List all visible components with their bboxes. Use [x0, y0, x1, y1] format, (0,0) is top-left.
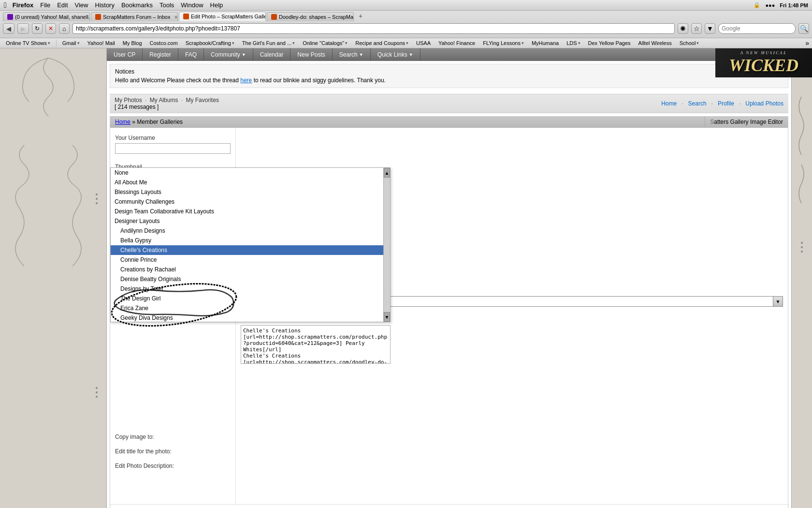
- menu-tools[interactable]: Tools: [160, 1, 174, 9]
- gallery-editor-title: Satters Gallery Image Editor: [705, 117, 788, 127]
- dropdown-item-denise[interactable]: Denise Beatty Originals: [111, 274, 390, 284]
- address-bar[interactable]: [72, 23, 675, 34]
- bm-lds[interactable]: LDS ▾: [564, 40, 583, 46]
- time-display: Fri 1:48 PM: [780, 2, 808, 8]
- bm-flying[interactable]: FLYing Lessons ▾: [480, 40, 527, 46]
- bm-yahoo-mail[interactable]: Yahoo! Mail: [85, 40, 118, 46]
- category-dropdown-list[interactable]: None All About Me Blessings Layouts Comm…: [110, 167, 391, 322]
- username-input[interactable]: [115, 143, 231, 154]
- forum-nav: User CP Register FAQ Community ▼ Calenda…: [107, 48, 791, 61]
- menu-view[interactable]: View: [75, 1, 88, 9]
- refresh-button[interactable]: ↻: [32, 23, 43, 34]
- tab-label-edit: Edit Photo – ScrapMatters Gallery: [191, 14, 266, 19]
- menu-history[interactable]: History: [95, 1, 115, 9]
- tab-edit-photo[interactable]: Edit Photo – ScrapMatters Gallery ✕: [179, 12, 266, 21]
- menu-bookmarks[interactable]: Bookmarks: [121, 1, 153, 9]
- my-photos-link[interactable]: My Photos: [115, 97, 142, 104]
- menu-firefox[interactable]: Firefox: [13, 1, 33, 9]
- menu-edit[interactable]: Edit: [57, 1, 68, 9]
- mac-menubar:  Firefox File Edit View History Bookmar…: [0, 0, 812, 11]
- tab-close-forum[interactable]: ✕: [174, 15, 178, 20]
- messages-count: [ 214 messages ]: [115, 104, 159, 110]
- stop-button[interactable]: ✕: [45, 23, 56, 34]
- dropdown-item-blessings[interactable]: Blessings Layouts: [111, 187, 390, 197]
- dropdown-item-connie[interactable]: Connie Prince: [111, 255, 390, 265]
- description-textarea[interactable]: Chelle's Creations [url=http://shop.scra…: [241, 325, 391, 364]
- notices-link[interactable]: here: [240, 77, 252, 84]
- bm-usaa[interactable]: USAA: [413, 40, 434, 46]
- tab-scrapmatters-forum[interactable]: ScrapMatters Forum – Inbox ✕: [91, 12, 178, 21]
- bm-sep-1: [56, 40, 57, 46]
- dropdown-item-designs-tater[interactable]: Designs by Tater: [111, 284, 390, 294]
- nav-quick-links[interactable]: Quick Links ▼: [371, 48, 420, 61]
- menu-help[interactable]: Help: [210, 1, 223, 9]
- new-tab-button[interactable]: +: [355, 11, 366, 21]
- bm-online-tv[interactable]: Online TV Shows ▾: [3, 40, 53, 46]
- dropdown-scrollbar[interactable]: ▲ ▼: [383, 168, 390, 322]
- scroll-track: [384, 178, 390, 312]
- dropdown-item-erica[interactable]: Erica Zane: [111, 303, 390, 313]
- menu-file[interactable]: File: [40, 1, 50, 9]
- dropdown-item-andilynn[interactable]: Andilynn Designs: [111, 226, 390, 236]
- scroll-down-btn[interactable]: ▼: [384, 312, 390, 322]
- bm-school[interactable]: School ▾: [677, 40, 702, 46]
- bm-overflow[interactable]: »: [805, 39, 809, 47]
- dropdown-item-all-about-me[interactable]: All About Me: [111, 178, 390, 187]
- bookmarks-bar: Online TV Shows ▾ Gmail ▾ Yahoo! Mail My…: [0, 38, 812, 48]
- tab-label-yahoo: (0 unread) Yahoo! Mail, shanell...: [15, 14, 90, 20]
- dropdown-item-chelle[interactable]: Chelle's Creations: [111, 245, 390, 255]
- bm-alltel[interactable]: Alltel Wireless: [636, 40, 675, 46]
- bm-dex[interactable]: Dex Yellow Pages: [585, 40, 634, 46]
- browser-toolbar: ◀ ▶ ↻ ✕ ⌂ ✺ ☆ ▼ 🔍: [3, 23, 809, 34]
- my-favorites-link[interactable]: My Favorites: [186, 97, 219, 104]
- tab-doodley[interactable]: Doodley-do: shapes – ScrapMa... ✕: [267, 12, 354, 21]
- form-area: Your Username Thumbnail Upload new image…: [110, 128, 788, 504]
- bookmark-star[interactable]: ☆: [691, 23, 702, 34]
- my-albums-link[interactable]: My Albums: [150, 97, 178, 104]
- nav-profile-link[interactable]: Profile: [718, 100, 734, 107]
- scroll-up-btn[interactable]: ▲: [384, 168, 390, 178]
- nav-community[interactable]: Community ▼: [204, 48, 253, 61]
- left-panel-inner: [0, 48, 106, 58]
- dropdown-item-community[interactable]: Community Challenges: [111, 197, 390, 207]
- nav-calendar[interactable]: Calendar: [253, 48, 291, 61]
- dropdown-item-design-girl[interactable]: The Design Girl: [111, 294, 390, 303]
- dropdown-item-design-team[interactable]: Design Team Collaborative Kit Layouts: [111, 207, 390, 216]
- dropdown-item-designer-layouts[interactable]: Designer Layouts: [111, 216, 390, 226]
- apple-menu[interactable]: : [4, 1, 7, 10]
- nav-register[interactable]: Register: [143, 48, 178, 61]
- copy-select-dropdown-btn[interactable]: ▼: [773, 296, 783, 307]
- bm-gmail[interactable]: Gmail ▾: [59, 40, 83, 46]
- dropdown-item-geeky[interactable]: Geeky Diva Designs: [111, 313, 390, 322]
- bm-yahoo-finance[interactable]: Yahoo! Finance: [435, 40, 478, 46]
- notices-text-before: Hello and Welcome Please check out the t…: [115, 77, 240, 84]
- bookmark-dropdown[interactable]: ▼: [705, 23, 715, 34]
- nav-upload-link[interactable]: Upload Photos: [745, 100, 783, 107]
- home-button[interactable]: ⌂: [59, 23, 70, 34]
- menu-window[interactable]: Window: [181, 1, 203, 9]
- dropdown-item-bella[interactable]: Bella Gypsy: [111, 236, 390, 245]
- nav-user-cp[interactable]: User CP: [107, 48, 143, 61]
- nav-search[interactable]: Search ▼: [333, 48, 371, 61]
- back-button[interactable]: ◀: [3, 23, 14, 34]
- tab-yahoo-mail[interactable]: (0 unread) Yahoo! Mail, shanell... ✕: [3, 12, 90, 21]
- rss-icon[interactable]: ✺: [678, 23, 688, 34]
- nav-new-posts[interactable]: New Posts: [290, 48, 332, 61]
- edit-photo-area: Home » Member Galleries Satters Gallery …: [110, 116, 788, 508]
- dropdown-item-none[interactable]: None: [111, 168, 390, 178]
- bm-catalogs[interactable]: Online "Catalogs" ▾: [300, 40, 350, 46]
- breadcrumb-home[interactable]: Home: [115, 119, 130, 125]
- nav-home-link[interactable]: Home: [661, 100, 677, 107]
- bm-recipe[interactable]: Recipe and Coupons ▾: [352, 40, 411, 46]
- bm-my-blog[interactable]: My Blog: [120, 40, 145, 46]
- bm-myhumana[interactable]: MyHumana: [529, 40, 562, 46]
- bm-costco[interactable]: Costco.com: [147, 40, 181, 46]
- bm-scrapbook[interactable]: Scrapbook/Crafting ▾: [183, 40, 237, 46]
- search-icon[interactable]: 🔍: [798, 23, 809, 34]
- bm-girls-fun[interactable]: The Girl's Fun and ... ▾: [239, 40, 298, 46]
- dropdown-item-creations-rachael[interactable]: Creations by Rachael: [111, 265, 390, 274]
- google-search[interactable]: [718, 23, 796, 34]
- forward-button[interactable]: ▶: [17, 23, 29, 34]
- nav-faq[interactable]: FAQ: [178, 48, 204, 61]
- nav-search-link[interactable]: Search: [688, 100, 707, 107]
